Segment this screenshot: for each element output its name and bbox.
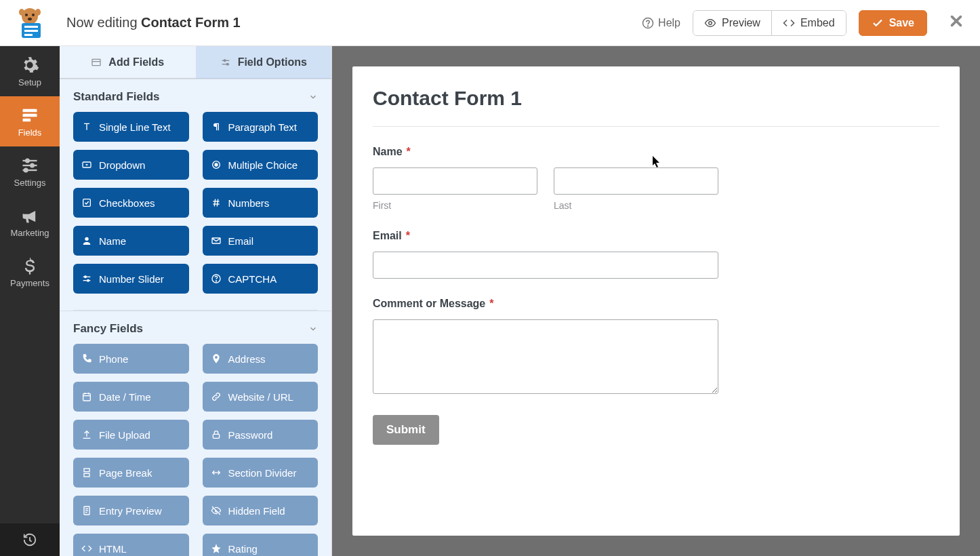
- field-section-divider[interactable]: Section Divider: [203, 458, 319, 488]
- help-icon: [642, 17, 654, 29]
- svg-rect-14: [23, 113, 37, 117]
- svg-rect-50: [84, 473, 89, 477]
- tab-add-fields[interactable]: Add Fields: [60, 46, 196, 79]
- field-website-url[interactable]: Website / URL: [203, 382, 319, 412]
- svg-point-17: [26, 159, 29, 162]
- svg-point-0: [22, 8, 38, 24]
- svg-point-4: [19, 9, 24, 16]
- form-fields-icon: [20, 106, 39, 125]
- svg-point-19: [30, 163, 34, 167]
- svg-rect-15: [23, 118, 31, 121]
- field-entry-preview[interactable]: Entry Preview: [73, 496, 189, 525]
- nav-fields[interactable]: Fields: [0, 96, 60, 146]
- field-label: Checkboxes: [99, 197, 155, 209]
- email-input[interactable]: [373, 252, 718, 279]
- svg-point-41: [87, 279, 89, 281]
- hash-icon: [211, 197, 222, 208]
- embed-label: Embed: [800, 17, 835, 29]
- help-label: Help: [658, 17, 680, 29]
- field-label: HTML: [99, 543, 127, 555]
- nav-setup-label: Setup: [18, 77, 41, 87]
- field-label: Dropdown: [99, 159, 145, 171]
- field-password[interactable]: Password: [203, 420, 319, 450]
- nav-setup[interactable]: Setup: [0, 46, 60, 96]
- name-col-first: First: [373, 167, 537, 211]
- field-label: Rating: [228, 543, 258, 555]
- dropdown-icon: [81, 159, 92, 170]
- required-mark: *: [406, 230, 410, 242]
- tab-field-options-label: Field Options: [238, 56, 307, 68]
- field-name[interactable]: Name: [73, 226, 189, 256]
- section-standard-header[interactable]: Standard Fields: [73, 90, 318, 104]
- nav-fields-label: Fields: [18, 127, 42, 138]
- field-label: Paragraph Text: [228, 121, 297, 133]
- label-name-text: Name: [373, 146, 403, 158]
- nav-payments[interactable]: Payments: [0, 247, 60, 297]
- field-rating[interactable]: Rating: [203, 534, 319, 556]
- submit-button[interactable]: Submit: [373, 415, 439, 445]
- field-html[interactable]: HTML: [73, 534, 189, 556]
- nav-settings[interactable]: Settings: [0, 146, 60, 197]
- field-email[interactable]: Email: [203, 226, 319, 256]
- field-phone[interactable]: Phone: [73, 344, 189, 374]
- gear-icon: [20, 56, 39, 75]
- field-address[interactable]: Address: [203, 344, 319, 374]
- close-builder-button[interactable]: [945, 8, 968, 37]
- sublabel-first: First: [373, 200, 537, 211]
- first-name-input[interactable]: [373, 167, 537, 195]
- nav-marketing[interactable]: Marketing: [0, 197, 60, 247]
- link-icon: [211, 391, 222, 402]
- field-label: Date / Time: [99, 391, 151, 403]
- field-checkboxes[interactable]: Checkboxes: [73, 188, 189, 218]
- preview-button[interactable]: Preview: [693, 11, 772, 35]
- field-label: Website / URL: [228, 391, 293, 403]
- field-label: Section Divider: [228, 467, 297, 479]
- panel-tabs: Add Fields Field Options: [60, 46, 331, 79]
- cursor-icon: [652, 156, 661, 168]
- svg-point-3: [28, 18, 32, 20]
- form-field-message[interactable]: Comment or Message *: [373, 298, 718, 396]
- save-button[interactable]: Save: [859, 10, 927, 36]
- close-icon: [949, 14, 964, 28]
- canvas-wrap: Contact Form 1 Name * First Last: [332, 46, 980, 556]
- field-numbers[interactable]: Numbers: [203, 188, 319, 218]
- field-dropdown[interactable]: Dropdown: [73, 150, 189, 180]
- field-page-break[interactable]: Page Break: [73, 458, 189, 488]
- sliders-icon: [81, 273, 92, 284]
- tab-add-fields-label: Add Fields: [108, 56, 164, 68]
- field-file-upload[interactable]: File Upload: [73, 420, 189, 450]
- code-icon: [81, 543, 92, 554]
- svg-point-11: [648, 26, 649, 26]
- field-paragraph-text[interactable]: Paragraph Text: [203, 112, 319, 142]
- phone-icon: [81, 353, 92, 364]
- field-date-time[interactable]: Date / Time: [73, 382, 189, 412]
- calendar-icon: [81, 391, 92, 402]
- last-name-input[interactable]: [554, 167, 718, 195]
- field-hidden-field[interactable]: Hidden Field: [203, 496, 319, 525]
- nav-rail: Setup Fields Settings Marketing Payments: [0, 46, 60, 556]
- field-captcha[interactable]: CAPTCHA: [203, 264, 319, 294]
- document-icon: [81, 505, 92, 516]
- embed-button[interactable]: Embed: [772, 11, 846, 35]
- user-icon: [81, 235, 92, 246]
- field-single-line-text[interactable]: Single Line Text: [73, 112, 189, 142]
- tab-field-options[interactable]: Field Options: [196, 46, 332, 79]
- svg-rect-31: [83, 199, 91, 207]
- section-fancy-fields: Fancy Fields Phone Address Date / Time W…: [60, 311, 331, 556]
- svg-rect-9: [24, 34, 33, 36]
- divider-icon: [211, 467, 222, 478]
- form-field-email[interactable]: Email *: [373, 230, 718, 279]
- page-break-icon: [81, 467, 92, 478]
- form-field-name[interactable]: Name * First Last: [373, 146, 718, 211]
- message-textarea[interactable]: [373, 319, 718, 394]
- wpforms-logo: [14, 7, 46, 39]
- section-fancy-header[interactable]: Fancy Fields: [73, 322, 318, 336]
- now-editing-label: Now editing Contact Form 1: [66, 15, 642, 31]
- field-label: Password: [228, 429, 273, 441]
- help-link[interactable]: Help: [642, 17, 680, 29]
- save-label: Save: [889, 17, 914, 29]
- field-multiple-choice[interactable]: Multiple Choice: [203, 150, 319, 180]
- field-number-slider[interactable]: Number Slider: [73, 264, 189, 294]
- star-icon: [211, 543, 222, 554]
- nav-revisions[interactable]: [0, 523, 60, 556]
